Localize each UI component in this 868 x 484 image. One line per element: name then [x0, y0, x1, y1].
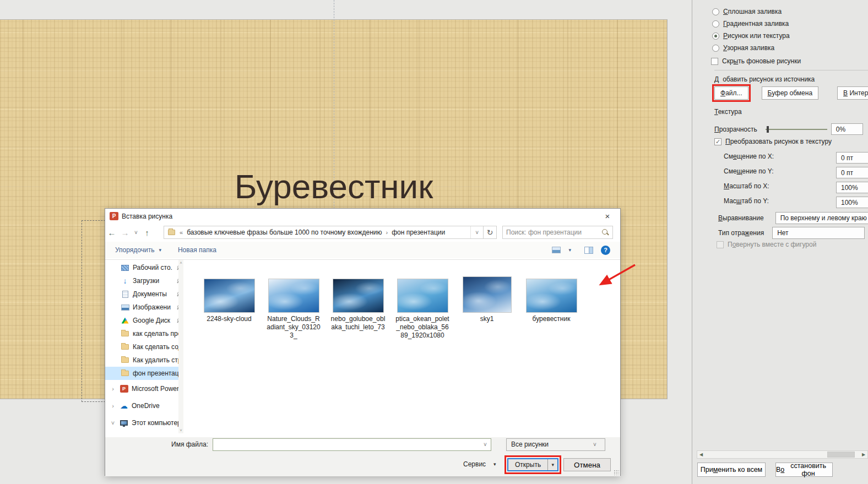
open-split-button[interactable]: Открыть ▾ — [507, 458, 558, 471]
transparency-slider[interactable] — [766, 129, 827, 130]
open-button[interactable]: Открыть — [508, 459, 547, 470]
sidebar-item-folder-3[interactable]: Как удалить стр — [105, 354, 183, 367]
radio-icon[interactable] — [712, 45, 719, 52]
open-dropdown-icon[interactable]: ▾ — [547, 459, 557, 470]
address-dropdown-icon[interactable]: ˅ — [470, 226, 483, 238]
texture-label: Текстура — [714, 108, 742, 116]
breadcrumb-segment-parent[interactable]: базовые ключевые фразы больше 1000 по то… — [184, 229, 384, 236]
file-item[interactable]: Nature_Clouds_Radiant_sky_031203_ — [266, 276, 321, 340]
preview-pane-icon[interactable] — [584, 247, 593, 254]
mirror-type-dropdown[interactable]: Нет — [772, 227, 865, 239]
back-icon[interactable]: ← — [105, 228, 118, 237]
sidebar-item-powerpoint[interactable]: › P Microsoft PowerP — [105, 380, 183, 397]
tile-as-texture-checkbox[interactable]: ✓ Преобразовать рисунок в текстуру — [714, 138, 832, 145]
alignment-dropdown[interactable]: По верхнему и левому краю — [775, 212, 868, 224]
slide-title-textbox[interactable]: Буревестник — [0, 167, 668, 206]
view-mode-caret-icon[interactable]: ▾ — [568, 247, 571, 253]
resize-grip[interactable] — [614, 470, 619, 475]
filename-input[interactable] — [213, 439, 480, 450]
checkbox-icon[interactable] — [711, 58, 718, 65]
help-icon[interactable]: ? — [601, 246, 610, 255]
radio-icon[interactable] — [712, 8, 719, 15]
filetype-dropdown-icon[interactable]: ˅ — [589, 442, 600, 448]
sidebar-item-onedrive[interactable]: › ☁ OneDrive — [105, 397, 183, 414]
texture-row: Текстура — [714, 108, 742, 116]
tree-expanded-icon[interactable]: ˅ — [110, 420, 116, 426]
radio-checked-icon[interactable] — [712, 32, 719, 40]
close-icon[interactable]: × — [599, 211, 616, 221]
slider-handle-icon[interactable] — [767, 126, 769, 133]
file-item[interactable]: 2248-sky-cloud — [202, 276, 257, 323]
search-input[interactable] — [503, 229, 601, 236]
view-mode-icon[interactable] — [552, 247, 561, 253]
hide-background-checkbox[interactable]: Скрыть фоновые рисунки — [711, 57, 801, 65]
file-thumbnail[interactable] — [463, 276, 512, 313]
file-item[interactable]: ptica_okean_polet_nebo_oblaka_5689_1920x… — [395, 276, 450, 340]
organize-caret-icon[interactable]: ▾ — [159, 247, 161, 253]
fill-option-picture[interactable]: Рисунок или текстура — [712, 32, 790, 40]
scrollbar-track[interactable] — [705, 451, 860, 458]
file-thumbnail[interactable] — [526, 279, 577, 313]
scrollbar-thumb[interactable] — [827, 452, 855, 458]
fill-option-solid[interactable]: Сплошная заливка — [712, 8, 782, 15]
filetype-dropdown[interactable]: Все рисунки ˅ — [506, 438, 605, 451]
sidebar-item-desktop[interactable]: Рабочий сто. — [105, 261, 183, 274]
breadcrumb-segment-current[interactable]: фон презентации — [389, 229, 448, 236]
collapsed-crumbs[interactable]: « — [178, 229, 184, 236]
sidebar-item-pictures[interactable]: Изображени — [105, 301, 183, 314]
cancel-button[interactable]: Отмена — [563, 458, 611, 471]
clipboard-button[interactable]: Буфер обмена — [762, 86, 819, 100]
scroll-left-icon[interactable]: ◀ — [697, 452, 705, 457]
radio-icon[interactable] — [712, 20, 719, 28]
refresh-icon[interactable]: ↻ — [483, 226, 496, 238]
file-thumbnail[interactable] — [397, 279, 448, 313]
search-box[interactable] — [502, 226, 613, 239]
scale-y-label: Масштаб по Y: — [724, 197, 769, 205]
organize-menu[interactable]: Упорядочить — [115, 246, 154, 254]
scroll-up-icon[interactable]: ˄ — [180, 261, 182, 265]
file-item-burevestnik[interactable]: буревестник — [524, 276, 579, 323]
alignment-row: Выравнивание По верхнему и левому краю — [718, 212, 868, 224]
up-icon[interactable]: ↑ — [140, 228, 154, 237]
sidebar-item-fon-prezentacii[interactable]: фон презентаци — [105, 367, 183, 380]
sidebar-item-folder-1[interactable]: как сделать пре — [105, 327, 183, 340]
file-thumbnail[interactable] — [204, 279, 255, 313]
file-item[interactable]: nebo_goluboe_oblaka_tuchi_leto_73 — [330, 276, 386, 331]
fill-option-pattern[interactable]: Узорная заливка — [712, 44, 774, 52]
file-name: Nature_Clouds_Radiant_sky_031203_ — [266, 315, 321, 340]
sidebar-item-this-pc[interactable]: ˅ Этот компьютер — [105, 414, 183, 431]
scale-x-value[interactable]: 100% — [836, 182, 868, 193]
filename-combobox[interactable]: ˅ — [213, 438, 491, 451]
file-thumbnail[interactable] — [333, 279, 384, 313]
apply-to-all-button[interactable]: Применить ко всем — [697, 463, 766, 477]
address-bar[interactable]: « базовые ключевые фразы больше 1000 по … — [164, 226, 497, 239]
file-item[interactable]: sky1 — [459, 276, 514, 323]
transparency-value[interactable]: 0% — [831, 123, 863, 135]
scroll-right-icon[interactable]: ▶ — [860, 452, 867, 457]
filename-row: Имя файла: ˅ Все рисунки ˅ — [105, 437, 620, 452]
online-button[interactable]: В Интернет — [837, 86, 868, 100]
sidebar-item-downloads[interactable]: ↓ Загрузки — [105, 274, 183, 287]
tools-menu[interactable]: Сервис ▾ — [463, 460, 496, 468]
filename-dropdown-icon[interactable]: ˅ — [480, 442, 491, 448]
tree-collapsed-icon[interactable]: › — [110, 403, 116, 409]
file-button[interactable]: Файл... — [714, 86, 748, 100]
offset-y-value[interactable]: 0 пт — [836, 167, 868, 178]
reset-background-button[interactable]: Восстановить фон — [775, 463, 833, 477]
rotate-with-shape-checkbox: Повернуть вместе с фигурой — [717, 241, 816, 248]
file-thumbnail[interactable] — [268, 279, 319, 313]
scale-y-value[interactable]: 100% — [836, 197, 868, 208]
history-dropdown-icon[interactable]: ˅ — [132, 230, 140, 236]
new-folder-button[interactable]: Новая папка — [178, 246, 216, 254]
sidebar-scrollbar[interactable]: ˄ ˅ — [178, 260, 183, 433]
tree-collapsed-icon[interactable]: › — [110, 385, 116, 392]
sidebar-item-google-drive[interactable]: Google Диск — [105, 314, 183, 327]
fill-option-gradient[interactable]: Градиентная заливка — [712, 20, 789, 28]
search-icon[interactable] — [601, 228, 610, 237]
offset-x-value[interactable]: 0 пт — [836, 152, 868, 164]
pane-horizontal-scrollbar[interactable]: ◀ ▶ — [697, 450, 868, 459]
checkbox-checked-icon[interactable]: ✓ — [714, 138, 721, 145]
sidebar-item-folder-2[interactable]: Как сделать сод — [105, 340, 183, 354]
scroll-down-icon[interactable]: ˅ — [180, 428, 182, 432]
sidebar-item-documents[interactable]: Документы — [105, 287, 183, 301]
